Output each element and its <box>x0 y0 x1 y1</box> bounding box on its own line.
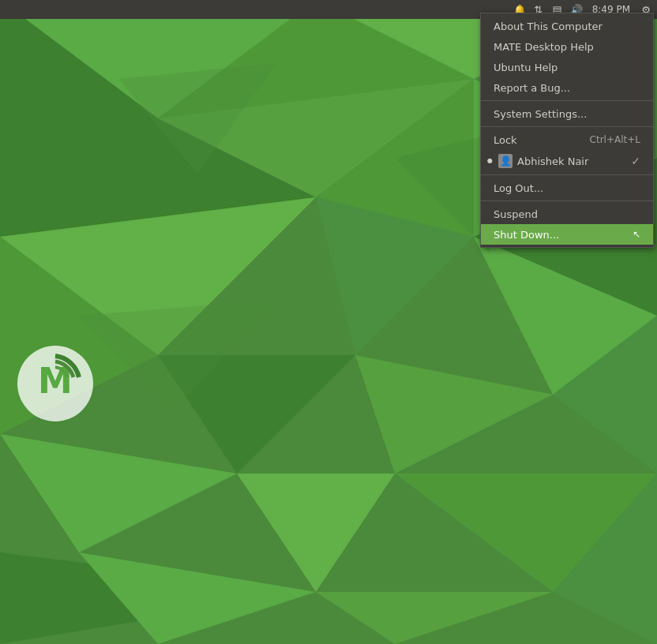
lock-shortcut: Ctrl+Alt+L <box>590 134 640 145</box>
menu-item-report-bug[interactable]: Report a Bug... <box>481 77 653 98</box>
menu-separator-1 <box>481 100 653 101</box>
about-computer-label: About This Computer <box>494 21 603 32</box>
context-menu: About This Computer MATE Desktop Help Ub… <box>480 13 654 248</box>
menu-item-system-settings[interactable]: System Settings... <box>481 103 653 124</box>
svg-marker-17 <box>0 434 237 552</box>
mate-help-label: MATE Desktop Help <box>494 41 594 53</box>
svg-marker-18 <box>237 474 395 592</box>
logout-label: Log Out... <box>494 182 543 194</box>
menu-item-suspend[interactable]: Suspend <box>481 204 653 224</box>
shutdown-label: Shut Down... <box>494 229 559 241</box>
menu-item-lock[interactable]: Lock Ctrl+Alt+L <box>481 129 653 150</box>
lock-label: Lock <box>494 134 517 146</box>
mate-logo: M <box>16 344 95 423</box>
menu-item-about-computer[interactable]: About This Computer <box>481 16 653 36</box>
cursor-icon: ↖ <box>633 229 640 240</box>
menu-separator-2 <box>481 126 653 127</box>
menu-separator-4 <box>481 200 653 201</box>
menu-item-mate-help[interactable]: MATE Desktop Help <box>481 36 653 57</box>
report-bug-label: Report a Bug... <box>494 82 570 94</box>
menu-item-ubuntu-help[interactable]: Ubuntu Help <box>481 57 653 77</box>
user-check-icon: ✓ <box>631 155 640 167</box>
username-label: Abhishek Nair <box>517 155 588 167</box>
menu-item-user[interactable]: ● 👤 Abhishek Nair ✓ <box>481 150 653 172</box>
menu-item-logout[interactable]: Log Out... <box>481 178 653 198</box>
suspend-label: Suspend <box>494 208 538 220</box>
svg-marker-15 <box>355 355 553 474</box>
user-dot-icon: ● <box>487 157 495 165</box>
ubuntu-help-label: Ubuntu Help <box>494 62 558 73</box>
menu-item-shutdown[interactable]: Shut Down... ↖ <box>481 224 653 245</box>
user-avatar-icon: 👤 <box>498 154 512 168</box>
menu-separator-3 <box>481 174 653 175</box>
svg-marker-21 <box>316 592 553 644</box>
system-settings-label: System Settings... <box>494 108 587 120</box>
